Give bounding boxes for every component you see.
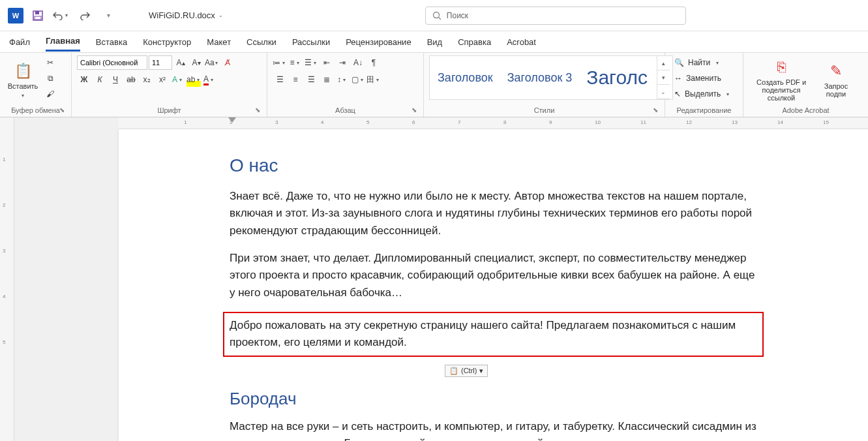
svg-rect-2 [35, 16, 41, 20]
clipboard-group-label: Буфер обмена⬊ [5, 105, 66, 115]
paste-button[interactable]: 📋 Вставить ▾ [5, 55, 40, 105]
ribbon-tabs: Файл Главная Вставка Конструктор Макет С… [0, 31, 868, 52]
request-sign-label: Запрос подпи [818, 82, 854, 98]
font-dialog-launcher[interactable]: ⬊ [254, 106, 262, 114]
request-sign-button[interactable]: ✎ Запрос подпи [816, 55, 856, 105]
acrobat-group-label: Adobe Acrobat [749, 105, 863, 115]
tab-review[interactable]: Рецензирование [346, 33, 411, 51]
bullets-icon[interactable]: ≔▾ [273, 55, 287, 70]
change-case-icon[interactable]: Aa▾ [205, 55, 219, 70]
align-left-icon[interactable]: ☰ [273, 72, 287, 87]
search-placeholder: Поиск [447, 11, 468, 20]
redo-icon[interactable] [76, 7, 94, 25]
editing-group-label: Редактирование [670, 105, 738, 115]
tab-design[interactable]: Конструктор [143, 33, 191, 51]
qat-dropdown-icon[interactable]: ▾ [99, 7, 117, 25]
borders-icon[interactable]: 田▾ [367, 72, 381, 87]
styles-gallery[interactable]: Заголовок Заголовок 3 Заголс ▴ ▾ ⌄ [429, 55, 673, 100]
style-heading[interactable]: Заголовок [432, 68, 498, 87]
shrink-font-icon[interactable]: A▾ [189, 55, 203, 70]
indent-inc-icon[interactable]: ⇥ [335, 55, 350, 70]
superscript-button[interactable]: x² [155, 72, 170, 87]
clear-format-icon[interactable]: A̸ [220, 55, 235, 70]
shading-icon[interactable]: ▢▾ [351, 72, 365, 87]
tab-mailings[interactable]: Рассылки [292, 33, 330, 51]
undo-icon[interactable]: ▾ [52, 7, 70, 25]
font-color-icon[interactable]: A▾ [202, 72, 217, 87]
align-center-icon[interactable]: ≡ [288, 72, 303, 87]
italic-button[interactable]: К [93, 72, 107, 87]
highlight-icon[interactable]: ab▾ [187, 72, 201, 87]
svg-rect-1 [35, 11, 39, 14]
cut-icon[interactable]: ✂ [43, 55, 57, 70]
document-title[interactable]: WiFiGiD.RU.docx ⌄ [149, 10, 224, 20]
paragraph-1[interactable]: Знает всё. Даже то, что не нужно или был… [230, 188, 757, 239]
paragraph-dialog-launcher[interactable]: ⬊ [410, 106, 418, 114]
search-input[interactable]: Поиск [425, 7, 686, 25]
svg-point-3 [433, 12, 439, 18]
replace-button[interactable]: ↔ Заменить [670, 71, 738, 85]
multilevel-icon[interactable]: ☰▾ [304, 55, 318, 70]
tab-references[interactable]: Ссылки [247, 33, 277, 51]
select-button[interactable]: ↖ Выделить ▾ [670, 87, 738, 101]
highlighted-paragraph: Добро пожаловать на эту секретную страни… [223, 312, 764, 357]
paragraph-group-label: Абзац⬊ [273, 105, 418, 115]
grow-font-icon[interactable]: A▴ [173, 55, 188, 70]
bold-button[interactable]: Ж [77, 72, 91, 87]
paragraph-4[interactable]: Мастер на все руки – и сеть настроить, и… [230, 418, 757, 441]
heading-borodach[interactable]: Бородач [230, 389, 757, 409]
line-spacing-icon[interactable]: ↕▾ [335, 72, 350, 87]
horizontal-ruler[interactable]: 1 2 3 4 5 6 7 8 9 10 11 12 13 14 15 16 [119, 117, 868, 129]
pilcrow-icon[interactable]: ¶ [367, 55, 381, 70]
text-effects-icon[interactable]: A▾ [171, 72, 185, 87]
find-button[interactable]: 🔍 Найти ▾ [670, 55, 738, 70]
sort-icon[interactable]: A↓ [351, 55, 365, 70]
justify-icon[interactable]: ≣ [320, 72, 334, 87]
tab-home[interactable]: Главная [46, 32, 80, 52]
align-right-icon[interactable]: ☰ [304, 72, 318, 87]
format-painter-icon[interactable]: 🖌 [43, 87, 57, 101]
save-icon[interactable] [29, 7, 47, 25]
tab-acrobat[interactable]: Acrobat [507, 33, 536, 51]
word-app-icon: W [8, 8, 23, 23]
title-bar: W ▾ ▾ WiFiGiD.RU.docx ⌄ Поиск [0, 0, 868, 31]
vertical-ruler[interactable]: 1 2 3 4 5 [0, 117, 14, 441]
tab-file[interactable]: Файл [9, 33, 30, 51]
style-heading3[interactable]: Заголовок 3 [502, 68, 578, 87]
copy-icon[interactable]: ⧉ [43, 71, 57, 85]
styles-group-label: Стили⬊ [429, 105, 659, 115]
paragraph-3[interactable]: Добро пожаловать на эту секретную страни… [230, 317, 757, 352]
clipboard-dialog-launcher[interactable]: ⬊ [58, 106, 66, 114]
paste-label: Вставить [8, 82, 38, 90]
indent-dec-icon[interactable]: ⇤ [320, 55, 334, 70]
numbering-icon[interactable]: ≡▾ [288, 55, 303, 70]
underline-button[interactable]: Ч [108, 72, 123, 87]
subscript-button[interactable]: x₂ [140, 72, 154, 87]
style-title[interactable]: Заголс [581, 64, 653, 91]
create-pdf-button[interactable]: ⎘ Создать PDF и поделиться ссылкой [749, 55, 814, 105]
font-group-label: Шрифт⬊ [77, 105, 262, 115]
search-icon [432, 11, 441, 20]
create-pdf-label: Создать PDF и поделиться ссылкой [750, 78, 813, 102]
strike-button[interactable]: ab [124, 72, 138, 87]
chevron-down-icon: ⌄ [218, 12, 224, 18]
tab-view[interactable]: Вид [427, 33, 443, 51]
heading-about[interactable]: О нас [230, 155, 757, 176]
tab-help[interactable]: Справка [458, 33, 491, 51]
paste-options-button[interactable]: 📋 (Ctrl) ▾ [445, 365, 488, 377]
tab-insert[interactable]: Вставка [96, 33, 127, 51]
styles-dialog-launcher[interactable]: ⬊ [651, 106, 659, 114]
paragraph-2[interactable]: При этом знает, что делает. Дипломирован… [230, 250, 757, 301]
document-page[interactable]: О нас Знает всё. Даже то, что не нужно и… [119, 129, 868, 441]
tab-layout[interactable]: Макет [207, 33, 231, 51]
svg-line-4 [438, 17, 441, 20]
font-name-select[interactable] [77, 55, 147, 70]
filename-text: WiFiGiD.RU.docx [149, 10, 215, 20]
ribbon: 📋 Вставить ▾ ✂ ⧉ 🖌 Буфер обмена⬊ A▴ A▾ A… [0, 52, 868, 117]
font-size-select[interactable] [149, 55, 172, 70]
